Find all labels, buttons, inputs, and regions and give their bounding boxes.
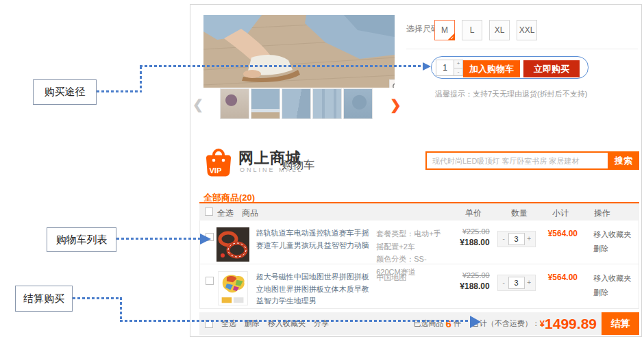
magnifier-icon	[392, 82, 395, 88]
search-input[interactable]	[425, 151, 608, 170]
size-option-l[interactable]: L	[462, 20, 482, 40]
quantity-steps: + -	[454, 60, 463, 76]
row1-product-attrs: 套餐类型：电动+手摇配置+2车 颜色分类：SS-620CM赛道	[376, 227, 447, 264]
vip-badge: VIP	[210, 166, 222, 175]
header-subtotal: 小计	[545, 208, 575, 219]
product-main-image[interactable]	[203, 15, 395, 88]
connector-purchase-h1	[97, 90, 142, 92]
thumbnail-2[interactable]	[251, 88, 280, 119]
gallery-next-icon[interactable]: ❯	[390, 97, 401, 113]
annotation-purchase-path-label: 购买途径	[45, 86, 86, 99]
row1-operations: 移入收藏夹 删除	[585, 227, 639, 264]
search-button[interactable]: 搜索	[608, 151, 639, 170]
row1-qty-plus-button[interactable]: +	[525, 233, 534, 245]
quantity-input[interactable]	[436, 60, 454, 76]
connector-purchase-arrow-icon	[423, 62, 431, 71]
main-panel: ❮ ❯ 选择尺码： M ✓ L XL XXL +	[190, 4, 642, 337]
row1-current-price: ¥188.00	[447, 238, 490, 247]
row1-delete-link[interactable]: 删除	[593, 242, 639, 256]
row2-product-attrs: 中国地图	[376, 271, 447, 308]
row1-price-column: ¥225.00 ¥188.00	[447, 227, 493, 264]
row1-product-image-race-track[interactable]	[216, 227, 249, 262]
row2-original-price: ¥225.00	[447, 271, 490, 279]
size-option-l-label: L	[470, 25, 475, 35]
annotation-cart-list: 购物车列表	[47, 227, 116, 252]
image-zoom-button[interactable]	[389, 79, 395, 88]
header-operation: 操作	[594, 208, 610, 219]
row2-delete-link[interactable]: 删除	[593, 286, 639, 300]
header-quantity: 数量	[504, 208, 534, 219]
row2-operations: 移入收藏夹 删除	[585, 271, 639, 308]
header-select-all: 全选	[217, 208, 234, 219]
cart-row-2: 超大号磁性中国地图世界拼图拼板立地图世界拼图拼板立体木质早教益智力学生地理男 中…	[200, 264, 639, 308]
gallery-prev-icon[interactable]: ❮	[193, 97, 203, 112]
header-product: 商品	[242, 208, 258, 219]
annotation-checkout-label: 结算购买	[23, 292, 64, 305]
header-unit-price: 单价	[458, 208, 488, 219]
total-label: 合计（不含运费）：	[472, 318, 540, 329]
footer-summary: 已选商品 6 件 合计（不含运费）： ¥ 1499.89	[414, 312, 597, 335]
connector-checkout-h2	[120, 320, 470, 322]
row1-product-title[interactable]: 路轨轨道车电动遥控轨道赛车手摇赛道车儿童男孩玩具益智智力动脑	[256, 227, 376, 264]
thumbnail-3[interactable]	[282, 88, 311, 119]
annotation-cart-list-label: 购物车列表	[56, 234, 108, 247]
cart-footer-bar: 全选 删除 移入收藏夹 分享 已选商品 6 件 合计（不含运费）： ¥ 1499…	[199, 312, 639, 335]
row2-current-price: ¥188.00	[447, 281, 490, 291]
checkout-button[interactable]: 结算	[602, 312, 639, 335]
size-option-xl[interactable]: XL	[489, 20, 510, 40]
row2-checkbox[interactable]	[206, 277, 214, 285]
connector-cartlist-h	[116, 238, 200, 240]
size-option-xxl[interactable]: XXL	[517, 20, 537, 40]
row1-qty-minus-button[interactable]: -	[499, 233, 508, 245]
row2-product-image-china-map[interactable]	[216, 271, 249, 305]
row1-move-to-favorites-link[interactable]: 移入收藏夹	[593, 227, 639, 242]
row2-price-column: ¥225.00 ¥188.00	[447, 271, 493, 308]
row1-original-price: ¥225.00	[447, 227, 490, 236]
connector-purchase-h2	[140, 65, 423, 67]
quantity-increase-button[interactable]: +	[454, 60, 463, 68]
row1-attr-1: 套餐类型：电动+手摇配置+2车	[376, 227, 447, 253]
connector-purchase-v	[140, 66, 142, 92]
page-title: 购物车	[282, 158, 314, 173]
select-all-checkbox[interactable]	[205, 208, 213, 216]
row2-subtotal: ¥564.00	[540, 271, 585, 308]
add-to-cart-button[interactable]: 加入购物车	[463, 60, 520, 77]
check-icon: ✓	[450, 36, 454, 40]
annotation-purchase-path: 购买途径	[33, 79, 97, 105]
annotation-checkout: 结算购买	[15, 286, 73, 312]
divider	[406, 49, 638, 49]
total-amount: 1499.89	[545, 316, 597, 332]
connector-cartlist-arrow-icon	[200, 234, 211, 244]
slipper-photo	[203, 15, 395, 88]
size-option-xl-label: XL	[495, 25, 505, 35]
thumbnail-4[interactable]	[312, 88, 342, 119]
row1-subtotal: ¥564.00	[540, 227, 585, 264]
cart-rows: 路轨轨道车电动遥控轨道赛车手摇赛道车儿童男孩玩具益智智力动脑 套餐类型：电动+手…	[199, 221, 639, 309]
search-bar: 搜索	[425, 151, 639, 170]
buy-now-button[interactable]: 立即购买	[523, 60, 580, 77]
connector-checkout-v	[120, 297, 122, 322]
thumbnail-1[interactable]	[220, 88, 249, 119]
row2-qty-minus-button[interactable]: -	[499, 277, 508, 289]
row1-qty-value[interactable]: 3	[508, 233, 525, 245]
row1-quantity-stepper: - 3 +	[497, 231, 536, 247]
cart-table-header: 全选 商品 单价 数量 小计 操作	[199, 203, 639, 221]
size-option-xxl-label: XXL	[519, 25, 535, 35]
row2-qty-value[interactable]: 3	[508, 277, 525, 289]
footer-bulk-actions: 全选 删除 移入收藏夹 分享	[205, 312, 329, 335]
row2-attr-1: 中国地图	[376, 271, 447, 284]
row2-quantity-stepper: - 3 +	[497, 275, 536, 291]
quantity-control: + -	[436, 60, 463, 76]
total-currency: ¥	[540, 318, 545, 329]
size-option-m[interactable]: M ✓	[434, 20, 455, 40]
row2-product-title[interactable]: 超大号磁性中国地图世界拼图拼板立地图世界拼图拼板立体木质早教益智力学生地理男	[256, 271, 376, 308]
connector-checkout-arrow-icon	[470, 316, 481, 328]
cart-row-1: 路轨轨道车电动遥控轨道赛车手摇赛道车儿童男孩玩具益智智力动脑 套餐类型：电动+手…	[200, 221, 639, 264]
quantity-decrease-button[interactable]: -	[454, 68, 463, 77]
row2-move-to-favorites-link[interactable]: 移入收藏夹	[593, 271, 639, 286]
page: 购买途径 购物车列表 结算购买	[0, 0, 644, 339]
mall-logo-bag-icon: VIP	[203, 146, 234, 177]
thumbnail-5[interactable]	[343, 88, 373, 119]
thumbnail-strip: ❮ ❯	[203, 88, 402, 120]
row2-qty-plus-button[interactable]: +	[525, 277, 534, 289]
